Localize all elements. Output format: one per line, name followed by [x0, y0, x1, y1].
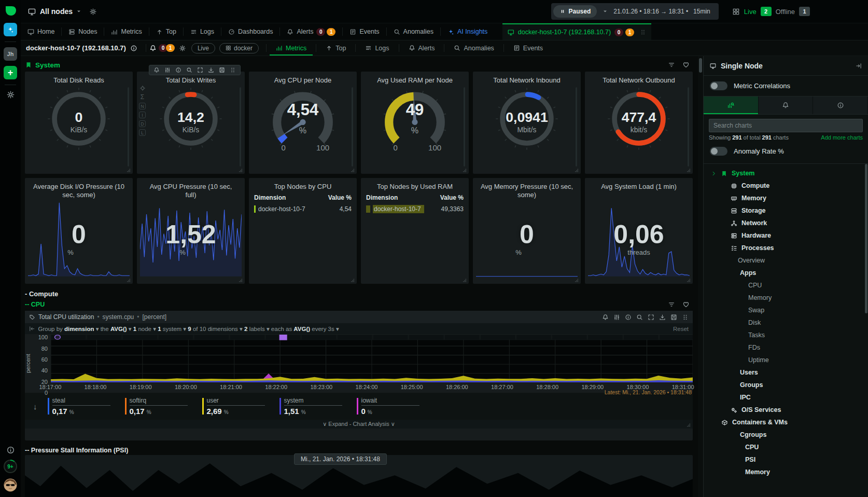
cpu-subsection-title[interactable]: -- CPU [25, 301, 45, 308]
nav-tab-nodes[interactable]: Nodes [62, 23, 104, 40]
play-pause-button[interactable]: Paused [553, 5, 597, 18]
subtab-alerts[interactable]: Alerts [402, 40, 441, 56]
node-info-icon[interactable] [130, 45, 137, 52]
resize-handle-icon[interactable] [685, 167, 691, 173]
card-top-nodes-by-cpu[interactable]: Top Nodes by CPUDimensionValue %docker-h… [249, 178, 357, 284]
legend-item-softirq[interactable]: softirq0,17% [125, 397, 188, 416]
user-avatar[interactable] [4, 478, 17, 492]
section-title[interactable]: System [35, 61, 60, 69]
legend-item-steal[interactable]: steal0,17% [48, 397, 110, 416]
column-dimension[interactable]: Dimension [366, 194, 398, 201]
subtab-anomalies[interactable]: Anomalies [447, 40, 500, 56]
gauge-card-total-disk-writes[interactable]: ΣNIDLTotal Disk Writes14,2KiB/s [137, 72, 245, 174]
sidebar-item-memory[interactable]: Memory [704, 192, 868, 204]
subtab-events[interactable]: Events [507, 40, 549, 56]
collapse-filters-icon[interactable] [29, 326, 35, 332]
filter-funnel-icon[interactable] [668, 301, 675, 308]
table-row[interactable]: docker-host-10-74,54 [254, 204, 352, 214]
crosshair-icon[interactable] [139, 85, 146, 91]
docker-label-pill[interactable]: docker [219, 43, 259, 53]
notifications-badge[interactable]: 9+ [4, 460, 17, 473]
sidebar-item-groups[interactable]: Groups [704, 379, 868, 391]
tab-alerts[interactable] [759, 96, 814, 114]
help-info-icon[interactable] [6, 446, 15, 454]
chart-plot-area[interactable] [51, 335, 693, 382]
sidebar-item-cpu[interactable]: CPU [704, 441, 868, 453]
anomaly-marker[interactable] [279, 335, 287, 340]
sidebar-item-users[interactable]: Users [704, 366, 868, 379]
resize-handle-icon[interactable] [237, 277, 243, 283]
chart-title[interactable]: Total CPU utilization [38, 313, 94, 321]
cpu-chart-canvas[interactable] [51, 335, 693, 382]
caret-down-icon[interactable] [76, 8, 82, 15]
sidebar-item-network[interactable]: Network [704, 217, 868, 229]
sidebar-item-overview[interactable]: Overview [704, 254, 868, 267]
download-icon[interactable] [208, 67, 214, 73]
add-more-charts-link[interactable]: Add more charts [821, 134, 863, 141]
filters-icon[interactable] [164, 67, 171, 73]
resize-handle-icon[interactable] [125, 277, 131, 283]
sidebar-item-apps[interactable]: Apps [704, 267, 868, 279]
resize-handle-icon[interactable] [685, 421, 691, 427]
sidebar-item-compute[interactable]: Compute [704, 180, 868, 192]
save-icon[interactable] [219, 67, 225, 73]
sidebar-item-disk[interactable]: Disk [704, 316, 868, 329]
tab-grip-icon[interactable] [640, 29, 646, 35]
sidebar-scrollbar-thumb[interactable] [865, 164, 867, 313]
expand-icon[interactable] [197, 67, 203, 73]
sidebar-item-memory[interactable]: Memory [704, 466, 868, 478]
sidebar-item-cgroups[interactable]: Cgroups [704, 429, 868, 441]
sidebar-item-memory[interactable]: Memory [704, 292, 868, 304]
save-icon[interactable] [670, 314, 677, 321]
resize-handle-icon[interactable] [237, 167, 243, 173]
node-tab-docker-host[interactable]: docker-host-10-7 (192.168.10.7)01 [502, 23, 651, 40]
resize-handle-icon[interactable] [573, 277, 579, 283]
date-range[interactable]: 21.01.26 • 18:16 → 18:31 • [613, 8, 688, 15]
node-settings-gear-icon[interactable] [179, 45, 186, 52]
resize-handle-icon[interactable] [573, 167, 579, 173]
d-dimension-icon[interactable]: D [139, 120, 146, 127]
live-count-badge[interactable]: 2 [761, 7, 772, 16]
subtab-metrics[interactable]: Metrics [270, 40, 313, 56]
metric-correlations-toggle[interactable] [710, 81, 727, 90]
gauge-card-total-network-inbound[interactable]: Total Network Inbound0,0941Mbit/s [473, 72, 581, 174]
nav-tab-logs[interactable]: Logs [184, 23, 221, 40]
nav-tab-ai-insights[interactable]: AI Insights [441, 23, 494, 40]
legend-item-system[interactable]: system1,51% [279, 397, 342, 416]
sidebar-item-containers-vms[interactable]: Containers & VMs [704, 416, 868, 429]
offline-label[interactable]: Offline [776, 8, 795, 16]
search-charts-input[interactable] [709, 119, 863, 132]
i-dimension-icon[interactable]: I [139, 112, 146, 118]
sidebar-item-uptime[interactable]: Uptime [704, 354, 868, 366]
anomalies-icon[interactable] [636, 314, 643, 321]
node-alerts-bell-icon[interactable] [149, 45, 157, 52]
nav-tab-top[interactable]: Top [149, 23, 183, 40]
sidebar-item-hardware[interactable]: Hardware [704, 229, 868, 242]
expand-icon[interactable] [648, 314, 654, 321]
nav-tab-home[interactable]: Home [21, 23, 61, 40]
nav-tab-alerts[interactable]: Alerts01 [280, 23, 342, 40]
scrollbar-thumb[interactable] [699, 58, 702, 73]
expand-chart-analysis[interactable]: ∨ Expand - Chart Analysis ∨ [323, 421, 395, 427]
resize-handle-icon[interactable] [349, 167, 355, 173]
gauge-card-total-network-outbound[interactable]: Total Network Outbound477,4kbit/s [585, 72, 693, 174]
filter-funnel-icon[interactable] [668, 61, 675, 68]
card-avg-memory-pressure-10-sec-some-[interactable]: Avg Memory Pressure (10 sec, some)0% [473, 178, 581, 284]
filters-icon[interactable] [613, 314, 620, 321]
nav-tab-metrics[interactable]: Metrics [104, 23, 148, 40]
alerts-icon[interactable] [153, 67, 160, 73]
ai-assistant-button[interactable] [4, 23, 17, 36]
time-window[interactable]: 15min [693, 8, 710, 15]
collapse-sidebar-icon[interactable] [856, 63, 862, 69]
caret-down-icon[interactable] [602, 8, 608, 15]
resize-handle-icon[interactable] [461, 277, 467, 283]
nav-tab-dashboards[interactable]: Dashboards [221, 23, 279, 40]
anomaly-icon[interactable] [55, 335, 61, 339]
favorite-heart-icon[interactable] [682, 301, 690, 308]
nav-tab-anomalies[interactable]: Anomalies [387, 23, 440, 40]
netdata-logo-icon[interactable] [4, 4, 17, 18]
resize-handle-icon[interactable] [125, 167, 131, 173]
gauge-card-avg-cpu-per-node[interactable]: Avg CPU per Node 4,54% 0100 [249, 72, 357, 174]
subtab-top[interactable]: Top [319, 40, 352, 56]
anomaly-rate-toggle[interactable] [710, 147, 727, 156]
